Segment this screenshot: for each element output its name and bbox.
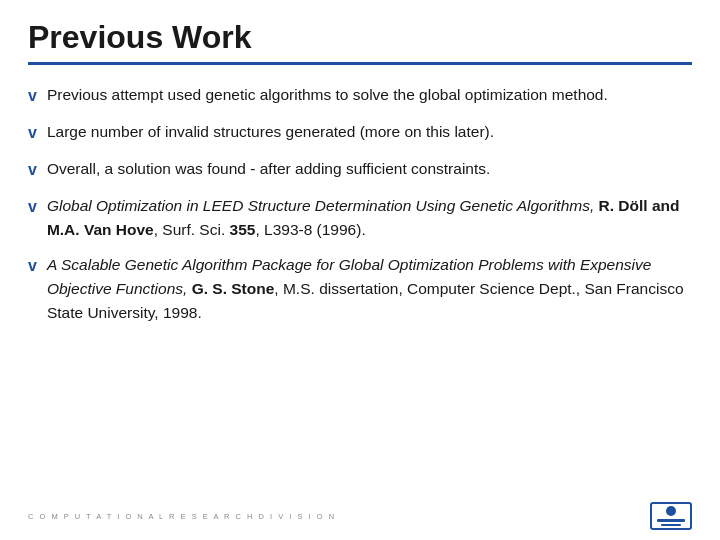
- title-divider: [28, 62, 692, 65]
- footer-text: C O M P U T A T I O N A L R E S E A R C …: [28, 512, 336, 521]
- logo-line-1: [657, 519, 684, 522]
- bullet-item-5: v A Scalable Genetic Algorithm Package f…: [28, 253, 692, 325]
- text-bold-2: 355: [230, 221, 256, 238]
- logo-line-2: [661, 524, 681, 526]
- bullet-text-2: Large number of invalid structures gener…: [47, 120, 692, 144]
- bullet-marker-3: v: [28, 158, 37, 183]
- slide: Previous Work v Previous attempt used ge…: [0, 0, 720, 540]
- bullet-item-4: v Global Optimization in LEED Structure …: [28, 194, 692, 242]
- slide-title: Previous Work: [28, 18, 692, 56]
- text-italic-1: Global Optimization in LEED Structure De…: [47, 197, 594, 214]
- bullet-text-3: Overall, a solution was found - after ad…: [47, 157, 692, 181]
- bullet-text-4: Global Optimization in LEED Structure De…: [47, 194, 692, 242]
- text-bold-3: G. S. Stone: [192, 280, 275, 297]
- logo: [650, 502, 692, 530]
- bullet-marker-5: v: [28, 254, 37, 279]
- logo-inner: [654, 506, 688, 526]
- footer: C O M P U T A T I O N A L R E S E A R C …: [0, 502, 720, 530]
- content-area: v Previous attempt used genetic algorith…: [28, 83, 692, 324]
- bullet-text-5: A Scalable Genetic Algorithm Package for…: [47, 253, 692, 325]
- bullet-marker-4: v: [28, 195, 37, 220]
- bullet-item-1: v Previous attempt used genetic algorith…: [28, 83, 692, 109]
- logo-circle: [666, 506, 676, 516]
- bullet-text-1: Previous attempt used genetic algorithms…: [47, 83, 692, 107]
- bullet-marker-2: v: [28, 121, 37, 146]
- logo-box: [650, 502, 692, 530]
- bullet-marker-1: v: [28, 84, 37, 109]
- bullet-list: v Previous attempt used genetic algorith…: [28, 83, 692, 324]
- bullet-item-2: v Large number of invalid structures gen…: [28, 120, 692, 146]
- bullet-item-3: v Overall, a solution was found - after …: [28, 157, 692, 183]
- text-italic-2: A Scalable Genetic Algorithm Package for…: [47, 256, 652, 297]
